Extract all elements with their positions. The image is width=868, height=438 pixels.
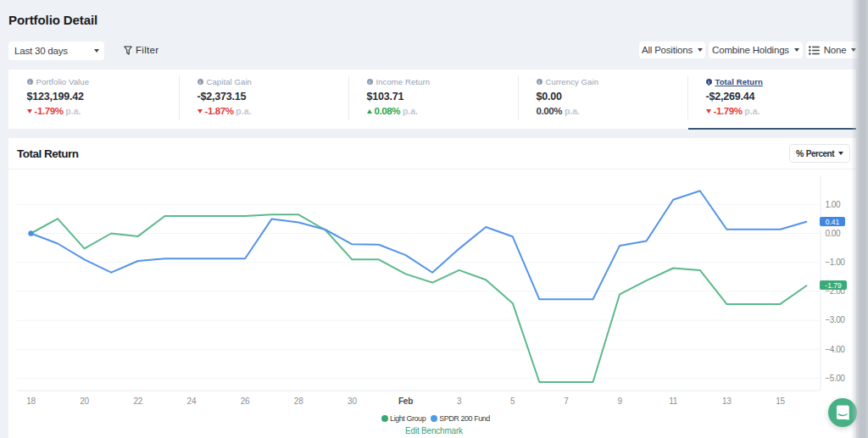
svg-text:-1.79: -1.79 <box>825 281 842 290</box>
svg-text:0.41: 0.41 <box>826 218 840 226</box>
